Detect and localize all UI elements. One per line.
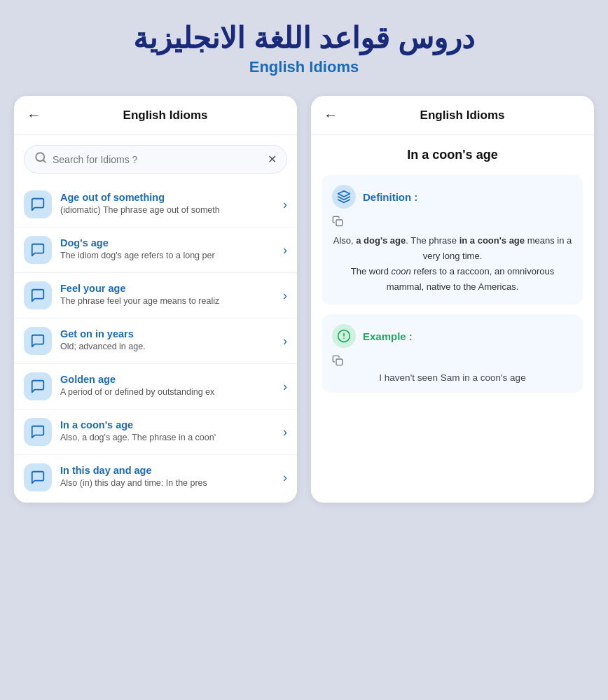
- idiom-item-arrow: ›: [283, 197, 287, 212]
- right-panel-title: English Idioms: [343, 108, 581, 122]
- detail-content: In a coon's age Definition :: [311, 135, 594, 415]
- search-input[interactable]: [53, 154, 268, 165]
- definition-text: Also, a dog's age. The phrase in a coon'…: [332, 233, 573, 295]
- idiom-list-item[interactable]: Golden age A period of or defined by out…: [14, 364, 297, 410]
- idiom-item-name: In a coon's age: [60, 419, 279, 430]
- idiom-item-icon: [24, 236, 52, 264]
- left-panel-header: ← English Idioms: [14, 96, 297, 135]
- definition-copy-button[interactable]: [332, 216, 343, 229]
- idiom-list-item[interactable]: Get on in years Old; advanced in age. ›: [14, 318, 297, 364]
- right-panel-header: ← English Idioms: [311, 96, 594, 135]
- idiom-item-content: Dog's age The idiom dog's age refers to …: [60, 237, 279, 262]
- example-header: Example :: [332, 324, 573, 348]
- idiom-item-content: Feel your age The phrase feel your age m…: [60, 283, 279, 308]
- idiom-item-icon: [24, 327, 52, 355]
- arabic-title: دروس قواعد اللغة الانجليزية: [133, 21, 475, 55]
- idiom-item-name: Age out of something: [60, 192, 279, 203]
- idiom-list-item[interactable]: Dog's age The idiom dog's age refers to …: [14, 227, 297, 273]
- idiom-item-icon: [24, 281, 52, 309]
- definition-icon: [332, 185, 356, 209]
- idiom-item-arrow: ›: [283, 425, 287, 440]
- example-text: I haven't seen Sam in a coon's age: [332, 372, 573, 383]
- svg-line-1: [43, 160, 45, 162]
- idiom-detail-title: In a coon's age: [322, 148, 583, 162]
- idiom-item-arrow: ›: [283, 470, 287, 485]
- idiom-item-content: In a coon's age Also, a dog's age. The p…: [60, 419, 279, 444]
- left-panel-title: English Idioms: [46, 108, 284, 122]
- idiom-list-item[interactable]: Age out of something (idiomatic) The phr…: [14, 182, 297, 227]
- idiom-item-desc: A period of or defined by outstanding ex: [60, 386, 279, 399]
- panels-container: ← English Idioms ✕ Age out of something: [14, 96, 594, 503]
- idiom-list-item[interactable]: In a coon's age Also, a dog's age. The p…: [14, 410, 297, 455]
- idiom-item-desc: Old; advanced in age.: [60, 341, 279, 354]
- definition-label: Definition :: [363, 191, 417, 203]
- idiom-item-icon: [24, 372, 52, 400]
- right-back-button[interactable]: ←: [324, 107, 343, 123]
- definition-block: Definition : Also, a dog's age. The phra…: [322, 175, 583, 304]
- search-icon: [34, 151, 47, 167]
- clear-search-icon[interactable]: ✕: [268, 153, 277, 166]
- idiom-item-arrow: ›: [283, 243, 287, 258]
- svg-rect-2: [336, 220, 343, 226]
- idiom-item-desc: (idiomatic) The phrase age out of someth: [60, 204, 279, 217]
- idiom-item-desc: The phrase feel your age means to realiz: [60, 295, 279, 308]
- idiom-list: Age out of something (idiomatic) The phr…: [14, 179, 297, 503]
- idiom-item-content: In this day and age Also (in) this day a…: [60, 465, 279, 490]
- idiom-item-desc: Also (in) this day and time: In the pres: [60, 477, 279, 490]
- page-header: دروس قواعد اللغة الانجليزية English Idio…: [133, 21, 475, 76]
- svg-rect-4: [336, 359, 343, 365]
- right-panel: ← English Idioms In a coon's age Definit…: [311, 96, 594, 503]
- english-subtitle: English Idioms: [133, 58, 475, 76]
- idiom-item-content: Get on in years Old; advanced in age.: [60, 328, 279, 354]
- idiom-item-arrow: ›: [283, 288, 287, 303]
- idiom-list-item[interactable]: Feel your age The phrase feel your age m…: [14, 273, 297, 318]
- example-block: Example : I haven't seen Sam in a coon's…: [322, 314, 583, 393]
- idiom-item-name: Get on in years: [60, 328, 279, 340]
- definition-header: Definition :: [332, 185, 573, 209]
- idiom-item-desc: The idiom dog's age refers to a long per: [60, 250, 279, 262]
- example-copy-button[interactable]: [332, 355, 343, 368]
- idiom-item-name: Dog's age: [60, 237, 279, 248]
- idiom-item-name: In this day and age: [60, 465, 279, 476]
- example-icon: [332, 324, 356, 348]
- idiom-item-content: Golden age A period of or defined by out…: [60, 374, 279, 399]
- idiom-item-name: Golden age: [60, 374, 279, 385]
- search-bar: ✕: [24, 145, 287, 174]
- idiom-item-name: Feel your age: [60, 283, 279, 294]
- idiom-item-icon: [24, 463, 52, 491]
- idiom-item-arrow: ›: [283, 334, 287, 349]
- idiom-item-desc: Also, a dog's age. The phrase in a coon': [60, 432, 279, 444]
- idiom-item-arrow: ›: [283, 379, 287, 394]
- idiom-item-icon: [24, 418, 52, 446]
- example-label: Example :: [363, 330, 413, 342]
- left-back-button[interactable]: ←: [27, 107, 46, 123]
- idiom-item-content: Age out of something (idiomatic) The phr…: [60, 192, 279, 217]
- idiom-item-icon: [24, 190, 52, 218]
- left-panel: ← English Idioms ✕ Age out of something: [14, 96, 297, 503]
- idiom-list-item[interactable]: In this day and age Also (in) this day a…: [14, 455, 297, 500]
